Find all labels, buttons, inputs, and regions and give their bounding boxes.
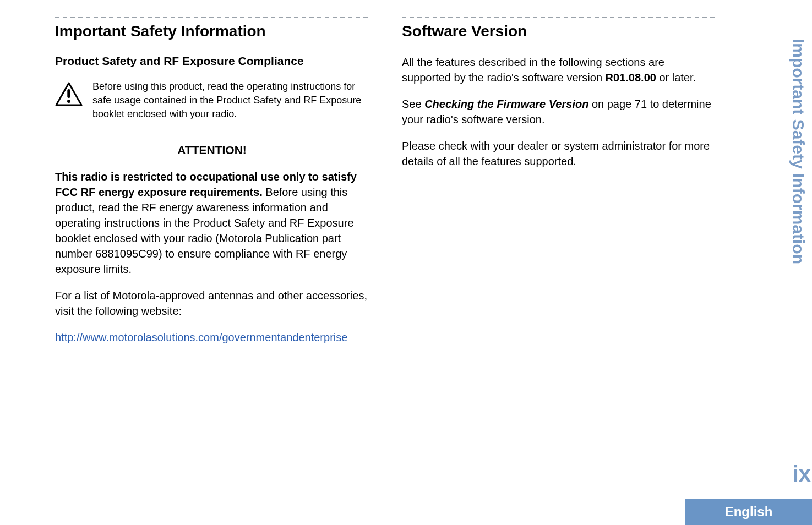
section-divider bbox=[55, 17, 369, 18]
side-tab-label: Important Safety Information bbox=[789, 0, 808, 525]
section-heading-software: Software Version bbox=[402, 23, 716, 40]
accessories-paragraph: For a list of Motorola-approved antennas… bbox=[55, 288, 369, 319]
caution-text: Before using this product, read the oper… bbox=[92, 80, 369, 122]
restricted-body-text: Before using this product, read the RF e… bbox=[55, 186, 354, 275]
section-heading-safety: Important Safety Information bbox=[55, 23, 369, 40]
right-column: Software Version All the features descri… bbox=[402, 17, 716, 345]
attention-heading: ATTENTION! bbox=[55, 144, 369, 157]
caution-block: Before using this product, read the oper… bbox=[55, 80, 369, 122]
section-divider bbox=[402, 17, 716, 18]
para1-bold-version: R01.08.00 bbox=[606, 72, 656, 84]
restricted-paragraph: This radio is restricted to occupational… bbox=[55, 169, 369, 277]
para1-suffix: or later. bbox=[656, 72, 696, 84]
svg-point-2 bbox=[67, 100, 70, 103]
para2-prefix: See bbox=[402, 98, 424, 110]
para2-reference: Checking the Firmware Version bbox=[424, 98, 588, 110]
left-column: Important Safety Information Product Saf… bbox=[55, 17, 369, 345]
dealer-contact-paragraph: Please check with your dealer or system … bbox=[402, 138, 716, 169]
language-tab: English bbox=[685, 499, 812, 525]
subheading-compliance: Product Safety and RF Exposure Complianc… bbox=[55, 54, 369, 68]
svg-rect-1 bbox=[67, 89, 70, 98]
page-number: ix bbox=[793, 462, 811, 486]
software-version-paragraph: All the features described in the follow… bbox=[402, 54, 716, 85]
side-tab: Important Safety Information bbox=[784, 0, 812, 525]
firmware-check-paragraph: See Checking the Firmware Version on pag… bbox=[402, 96, 716, 127]
page-content: Important Safety Information Product Saf… bbox=[0, 0, 812, 345]
website-link[interactable]: http://www.motorolasolutions.com/governm… bbox=[55, 330, 369, 345]
caution-icon bbox=[55, 82, 83, 108]
